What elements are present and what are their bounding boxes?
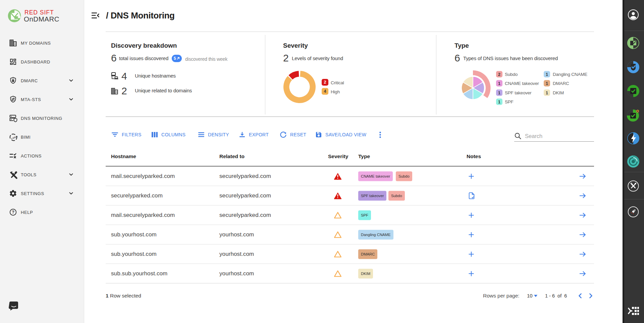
svg-text:?: ? — [12, 210, 14, 215]
